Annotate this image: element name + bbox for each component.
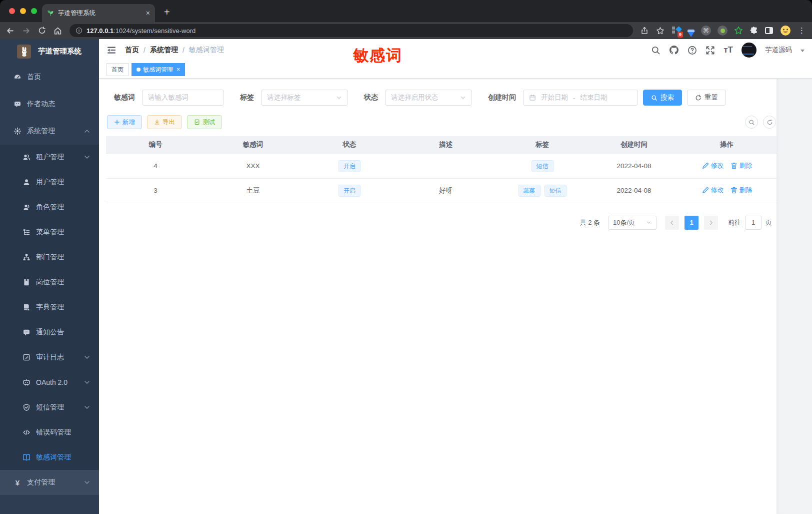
reload-icon[interactable] — [38, 27, 46, 35]
chevron-down-icon — [336, 95, 342, 101]
browser-menu-icon[interactable]: ⋮ — [798, 26, 806, 35]
extensions-puzzle-icon[interactable] — [750, 26, 758, 35]
sidebar-item-label: 通知公告 — [36, 328, 64, 337]
delete-link[interactable]: 删除 — [730, 161, 752, 170]
back-icon[interactable] — [6, 27, 14, 35]
font-size-icon[interactable]: ᴛT — [724, 45, 733, 55]
sidebar-item-label: 字典管理 — [36, 303, 64, 312]
cell-description — [398, 154, 494, 178]
refresh-table-button[interactable] — [763, 116, 776, 129]
page-size-select[interactable]: 10条/页 — [608, 216, 656, 230]
command-extension-icon[interactable]: ⌘ — [701, 26, 711, 36]
github-icon[interactable] — [669, 45, 679, 55]
sidebar-item-label: 错误码管理 — [36, 428, 71, 437]
prev-page-button[interactable] — [665, 216, 679, 230]
share-icon[interactable] — [640, 27, 648, 35]
document-icon — [194, 119, 200, 125]
test-button[interactable]: 测试 — [187, 115, 222, 129]
gauge-icon — [14, 73, 22, 81]
cell-word: XXX — [205, 154, 301, 178]
sidebar-logo[interactable]: 芋道管理系统 — [0, 39, 99, 64]
tags-view-tab[interactable]: 敏感词管理× — [132, 63, 185, 76]
close-tab-icon[interactable]: × — [176, 66, 180, 73]
fullscreen-icon[interactable] — [706, 46, 715, 55]
sidebar-item-sms[interactable]: 短信管理 — [0, 395, 99, 420]
search-button[interactable]: 搜索 — [643, 90, 682, 106]
edit-link[interactable]: 修改 — [702, 186, 724, 195]
sidebar-item-label: OAuth 2.0 — [36, 378, 68, 386]
cell-status: 开启 — [301, 178, 398, 203]
sidebar-item-dept[interactable]: 部门管理 — [0, 245, 99, 270]
tags-view-tab[interactable]: 首页 — [106, 63, 128, 76]
zoom-window-button[interactable] — [31, 8, 37, 14]
sidebar-item-system[interactable]: 系统管理 — [0, 118, 99, 145]
delete-link[interactable]: 删除 — [730, 186, 752, 195]
profile-avatar-icon[interactable] — [780, 25, 792, 37]
sidebar-item-label: 短信管理 — [36, 403, 64, 412]
tag-select[interactable]: 请选择标签 — [261, 90, 348, 106]
breadcrumb-separator: / — [182, 46, 184, 54]
close-window-button[interactable] — [9, 8, 15, 14]
cell-tags: 蔬菜短信 — [494, 178, 591, 203]
browser-tab[interactable]: 芋道管理系统 × — [42, 4, 155, 22]
sidebar-item-post[interactable]: 岗位管理 — [0, 270, 99, 295]
sidebar-item-label: 首页 — [27, 73, 41, 82]
recorder-extension-icon[interactable] — [718, 26, 728, 36]
sidebar-item-role[interactable]: 角色管理 — [0, 195, 99, 220]
gem-extension-icon[interactable] — [688, 32, 694, 37]
sidebar-item-tenant[interactable]: 租户管理 — [0, 145, 99, 170]
new-tab-button[interactable]: + — [164, 7, 170, 18]
sidebar-item-label: 用户管理 — [36, 178, 64, 187]
sidebar-item-oauth2[interactable]: OAuth 2.0 — [0, 370, 99, 395]
sidebar-item-user[interactable]: 用户管理 — [0, 170, 99, 195]
close-tab-icon[interactable]: × — [146, 9, 150, 17]
chat-icon — [14, 100, 22, 108]
proxy-extension-icon[interactable]: 9 — [672, 26, 681, 35]
navbar-actions: ᴛT 芋道源码 — [651, 43, 804, 58]
breadcrumb-item[interactable]: 首页 — [125, 46, 139, 55]
sidebar-item-label: 审计日志 — [36, 353, 64, 362]
add-button[interactable]: 新增 — [107, 115, 142, 129]
sidebar-item-notice[interactable]: 通知公告 — [0, 320, 99, 345]
site-info-icon[interactable] — [76, 27, 82, 34]
sidebar-item-audit-log[interactable]: 审计日志 — [0, 345, 99, 370]
sidebar-item-sensitive-word[interactable]: 敏感词管理 — [0, 445, 99, 470]
hamburger-icon[interactable] — [106, 45, 116, 55]
status-tag[interactable]: 开启 — [338, 185, 360, 197]
home-icon[interactable] — [54, 27, 62, 35]
bookmark-star-icon[interactable] — [656, 27, 664, 35]
side-panel-icon[interactable] — [765, 27, 773, 34]
next-page-button[interactable] — [704, 216, 718, 230]
status-select[interactable]: 请选择启用状态 — [385, 90, 472, 106]
table-header-cell: 操作 — [677, 136, 776, 154]
status-tag[interactable]: 开启 — [338, 160, 360, 172]
goto-page-input[interactable]: 1 — [745, 216, 762, 230]
sidebar-item-error-code[interactable]: 错误码管理 — [0, 420, 99, 445]
forward-icon[interactable] — [22, 27, 30, 35]
url-bar[interactable]: 127.0.0.1:1024/system/sensitive-word — [70, 24, 633, 37]
url-path: :1024/system/sensitive-word — [114, 27, 196, 35]
search-icon[interactable] — [651, 46, 660, 55]
sidebar-item-pay[interactable]: ¥支付管理 — [0, 470, 99, 495]
sidebar-item-menu[interactable]: 菜单管理 — [0, 220, 99, 245]
current-page-button[interactable]: 1 — [684, 216, 698, 230]
minimize-window-button[interactable] — [20, 8, 26, 14]
breadcrumb-item[interactable]: 系统管理 — [150, 46, 178, 55]
dictionary-icon — [22, 303, 30, 311]
user-avatar[interactable] — [742, 43, 756, 58]
help-icon[interactable] — [688, 46, 697, 55]
chevron-down-icon[interactable] — [800, 50, 804, 52]
green-star-extension-icon[interactable] — [734, 26, 743, 35]
export-button[interactable]: 导出 — [147, 115, 182, 129]
reset-button[interactable]: 重置 — [687, 90, 726, 106]
word-input[interactable]: 请输入敏感词 — [142, 90, 224, 106]
sidebar-item-home[interactable]: 首页 — [0, 64, 99, 91]
cell-created-time: 2022-04-08 — [591, 178, 677, 203]
sidebar-item-dict[interactable]: 字典管理 — [0, 295, 99, 320]
date-range-input[interactable]: 开始日期 - 结束日期 — [523, 90, 638, 106]
sidebar-item-label: 支付管理 — [27, 478, 55, 487]
edit-label: 修改 — [711, 186, 724, 195]
toggle-search-button[interactable] — [745, 116, 758, 129]
sidebar-item-author-trends[interactable]: 作者动态 — [0, 91, 99, 118]
edit-link[interactable]: 修改 — [702, 161, 724, 170]
